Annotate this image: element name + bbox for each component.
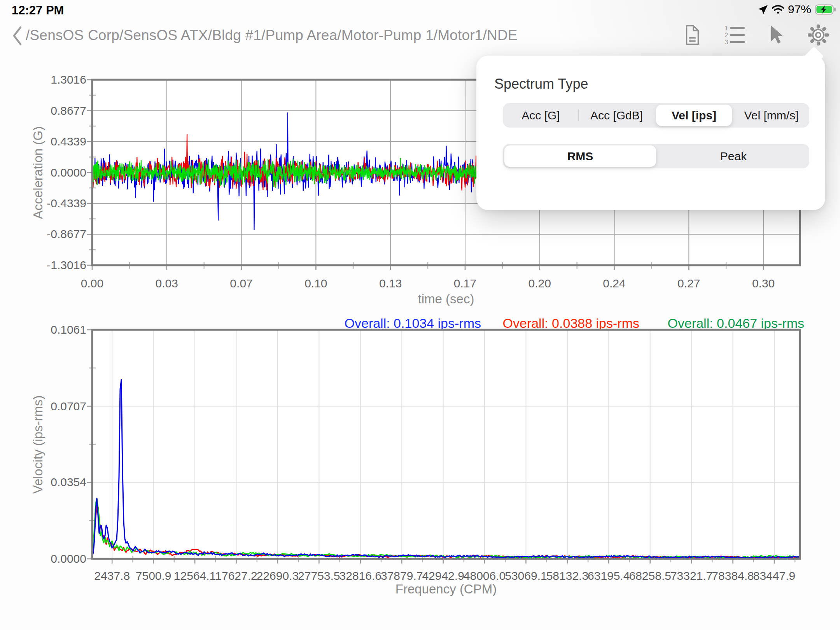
segment-vel-mms[interactable]: Vel [mm/s]	[733, 105, 809, 126]
x-tick-label: 0.20	[505, 277, 575, 290]
location-icon	[758, 4, 768, 15]
x-tick-label: 0.10	[281, 277, 351, 290]
cursor-icon	[769, 25, 783, 45]
wifi-icon	[772, 5, 784, 14]
y-tick-label: 0.0000	[28, 552, 86, 565]
segment-vel-ips[interactable]: Vel [ips]	[656, 105, 732, 126]
settings-button[interactable]	[807, 24, 829, 46]
segment-rms[interactable]: RMS	[504, 145, 656, 167]
svg-text:1: 1	[724, 25, 728, 32]
waveform-x-axis-title: time (sec)	[92, 292, 800, 306]
document-icon	[683, 24, 701, 46]
spectrum-type-popover: Spectrum Type Acc [G] Acc [GdB] Vel [ips…	[476, 56, 825, 210]
popover-arrow	[804, 47, 824, 66]
svg-text:3: 3	[724, 39, 728, 45]
x-tick-label: 0.30	[728, 277, 798, 290]
cursor-button[interactable]	[765, 24, 787, 46]
segment-acc-gdb[interactable]: Acc [GdB]	[579, 105, 654, 126]
x-tick-label: 0.07	[206, 277, 276, 290]
segment-acc-g[interactable]: Acc [G]	[503, 105, 579, 126]
numbered-list-button[interactable]: 123	[723, 24, 745, 46]
battery-charging-icon	[815, 4, 836, 15]
segment-peak[interactable]: Peak	[658, 145, 809, 167]
breadcrumb: /SensOS Corp/SensOS ATX/Bldg #1/Pump Are…	[26, 27, 518, 44]
amplitude-mode-segmented-control: RMS Peak	[503, 144, 809, 168]
waveform-y-axis-title: Acceleration (G)	[31, 79, 47, 266]
back-button[interactable]	[12, 26, 23, 47]
spectrum-x-axis-title: Frequency (CPM)	[92, 582, 800, 597]
document-button[interactable]	[681, 24, 703, 46]
battery-percent: 97%	[788, 3, 811, 16]
x-tick-label: 0.03	[132, 277, 202, 290]
status-time: 12:27 PM	[12, 4, 64, 18]
popover-title: Spectrum Type	[494, 76, 588, 92]
spectrum-y-axis-title: Velocity (ips-rms)	[31, 351, 47, 538]
gear-icon	[807, 24, 829, 46]
x-tick-label: 0.13	[355, 277, 425, 290]
x-tick-label: 0.17	[430, 277, 500, 290]
numbered-list-icon: 123	[724, 25, 745, 45]
x-tick-label: 0.00	[57, 277, 127, 290]
status-icons: 97%	[758, 2, 836, 16]
x-tick-label: 83447.9	[739, 569, 809, 583]
velocity spectrum-chart[interactable]	[84, 321, 808, 567]
toolbar: 123	[681, 24, 829, 46]
app-screen: 12:27 PM 97% /SensOS Corp/SensOS ATX/Bld…	[0, 0, 840, 630]
spectrum-type-segmented-control: Acc [G] Acc [GdB] Vel [ips] Vel [mm/s]	[503, 103, 809, 128]
x-tick-label: 0.27	[654, 277, 724, 290]
y-tick-label: 0.1061	[28, 323, 86, 336]
chevron-left-icon	[12, 26, 23, 46]
x-tick-label: 0.24	[579, 277, 649, 290]
svg-text:2: 2	[724, 32, 728, 38]
